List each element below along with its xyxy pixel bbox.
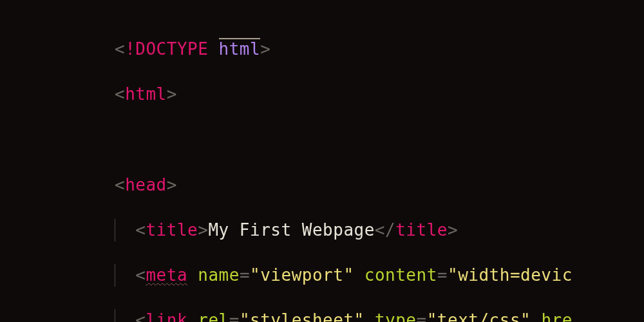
indent-guide (115, 309, 115, 322)
angle-bracket: < (375, 220, 385, 240)
code-editor[interactable]: <!DOCTYPE html> <html> <head> <title>My … (0, 0, 644, 322)
attr-name: type (375, 310, 417, 322)
tag-name: head (125, 175, 167, 194)
code-line: <meta name="viewport" content="width=dev… (115, 264, 644, 287)
angle-bracket: > (167, 84, 177, 104)
code-line: <link rel="stylesheet" type="text/css" h… (115, 309, 644, 322)
angle-bracket: > (198, 220, 208, 240)
doctype-value: html (219, 39, 261, 59)
indent-guide (115, 219, 115, 242)
slash: / (385, 220, 395, 240)
attr-value: "text/css" (427, 310, 531, 322)
angle-bracket: > (448, 220, 458, 240)
equals: = (229, 310, 240, 322)
tag-name: title (146, 220, 198, 240)
attr-name: content (365, 265, 437, 285)
attr-name: name (198, 265, 240, 285)
angle-bracket: < (115, 175, 125, 194)
attr-value: "viewport" (250, 265, 354, 285)
doctype-keyword: DOCTYPE (135, 39, 208, 59)
attr-name: rel (198, 310, 229, 322)
tag-name: meta (146, 265, 187, 285)
angle-bracket: > (167, 175, 177, 194)
attr-name: hre (541, 310, 572, 322)
attr-value: "stylesheet" (240, 310, 365, 322)
code-line: <head> (115, 174, 644, 196)
angle-bracket: < (115, 84, 125, 104)
indent-guide (115, 264, 115, 287)
angle-bracket: < (135, 220, 146, 240)
code-line: <html> (115, 83, 644, 106)
equals: = (437, 265, 448, 285)
angle-bracket: < (135, 310, 146, 322)
equals: = (240, 265, 250, 285)
tag-name: link (146, 310, 187, 322)
equals: = (417, 310, 427, 322)
code-line: <!DOCTYPE html> (115, 38, 644, 61)
attr-value: "width=devic (448, 265, 573, 285)
code-line: <title>My First Webpage</title> (115, 219, 644, 242)
angle-bracket: < (135, 265, 146, 285)
blank-line (115, 128, 644, 151)
doctype-bang: ! (125, 39, 135, 59)
tag-name: title (395, 220, 448, 240)
angle-bracket: < (115, 39, 125, 59)
angle-bracket: > (260, 39, 270, 59)
tag-name: html (125, 84, 167, 104)
text-content: My First Webpage (208, 220, 374, 240)
